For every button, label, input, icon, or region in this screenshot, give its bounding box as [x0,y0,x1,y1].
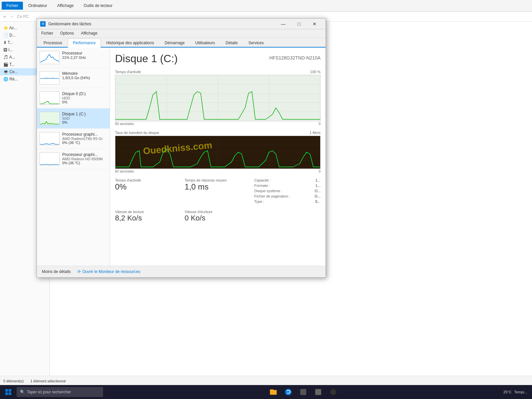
label-videos: Vidéos [515,86,529,91]
task-manager-window: ⚙ Gestionnaire des tâches — □ ✕ Fichier … [37,18,326,278]
disk-system-row: Disque système : O... [254,189,321,193]
svg-rect-0 [40,51,59,64]
format-row: Formate : 1... [254,184,321,188]
device-item-cpu[interactable]: Processeur 21% 2,27 GHz [37,48,110,68]
activity-time-start: 60 secondes [115,122,134,126]
taskbar-item-explorer[interactable] [266,386,280,398]
memory-usage: 1,9/3,5 Go (54%) [62,76,107,80]
svg-rect-24 [270,389,273,391]
menu-options[interactable]: Options [58,30,76,37]
taskbar-search-box[interactable]: 🔍 Taper ici pour rechercher [17,387,103,397]
disk0-name: Disque 0 (D:) [62,91,107,96]
gpu1-mini-chart [40,152,60,166]
tab-performance[interactable]: Performance [68,39,101,48]
fe-tab-ordinateur[interactable]: Ordinateur [24,2,52,10]
fe-tab-affichage[interactable]: Affichage [53,2,78,10]
transfer-max-text: 1 Mo/s [310,131,321,135]
disk1-usage: 0% [62,120,107,124]
maximize-button[interactable]: □ [291,19,307,29]
tab-details[interactable]: Détails [221,39,243,47]
svg-rect-5 [40,153,59,165]
svg-rect-27 [315,389,321,395]
right-stats: Capacité : 1... Formate : 1... Disque sy… [254,178,321,205]
page-file-value: O... [315,194,321,198]
read-label: Vitesse de lecture [115,210,181,214]
memory-name: Mémoire [62,71,107,76]
stat-right-panel: Capacité : 1... Formate : 1... Disque sy… [254,178,321,205]
type-label: Type : [254,200,264,203]
disk-system-label: Disque système : [254,189,282,193]
svg-point-28 [330,389,336,395]
taskbar-item-4[interactable] [311,386,325,398]
stat-activity: Temps d'activité 0% [115,178,181,205]
svg-rect-1 [40,71,59,84]
svg-rect-2 [40,92,59,104]
task-manager-titlebar: ⚙ Gestionnaire des tâches — □ ✕ [37,19,326,29]
fe-tab-fichier[interactable]: Fichier [2,2,23,10]
device-item-gpu1[interactable]: Processeur graphi... AMD Radeon HD 8500M… [37,149,110,169]
device-item-memory[interactable]: Mémoire 1,9/3,5 Go (54%) [37,68,110,88]
tab-processus[interactable]: Processus [39,39,67,47]
footer-monitor-link[interactable]: ⟳ Ouvrir le Moniteur de ressources [77,269,140,274]
nav-forward-icon[interactable]: → [9,14,14,19]
stat-write: Vitesse d'écriture 0 Ko/s [185,210,251,222]
disk0-mini-chart [40,91,60,105]
minimize-button[interactable]: — [276,19,291,29]
tab-demarrage[interactable]: Démarrage [160,39,190,47]
file-explorer-toolbar: Fichier Ordinateur Affichage Outils de l… [0,0,532,12]
device-item-disk0[interactable]: Disque 0 (D:) HDD 0% [37,88,110,108]
tab-utilisateurs[interactable]: Utilisateurs [190,39,220,47]
activity-chart [115,75,321,121]
tray-label: Tempi... [514,390,527,394]
fe-tab-outils[interactable]: Outils de lecteur [79,2,117,10]
gpu0-usage: 0% (36 °C) [62,141,107,145]
device-item-gpu0[interactable]: Processeur graphi... AMD Radeon(TM) R5 G… [37,129,110,149]
activity-time-label: 60 secondes 0 [115,122,321,126]
monitor-icon: ⟳ [77,269,81,274]
taskbar-item-edge[interactable] [281,386,295,398]
transfer-chart [115,136,321,169]
task-manager-title: ⚙ Gestionnaire des tâches [40,21,91,27]
svg-rect-19 [5,389,8,392]
menu-fichier[interactable]: Fichier [39,30,56,37]
taskbar-item-3[interactable] [296,386,310,398]
start-button[interactable] [2,386,15,398]
menu-affichage[interactable]: Affichage [78,30,100,37]
nav-back-icon[interactable]: ← [3,14,7,19]
cpu-mini-chart [40,51,60,64]
transfer-label-text: Taux de transfert du disque [115,131,159,135]
footer-less-details[interactable]: Moins de détails [42,269,71,274]
tab-services[interactable]: Services [243,39,269,47]
task-manager-icon: ⚙ [40,21,46,27]
read-write-stats: Vitesse de lecture 8,2 Ko/s Vitesse d'éc… [115,210,321,222]
device-list: Processeur 21% 2,27 GHz Mémoire 1,9/3 [37,48,110,266]
file-explorer-statusbar: 5 élément(s) 1 élément sélectionné [0,376,532,386]
tab-historique[interactable]: Historique des applications [101,39,159,47]
activity-label-text: Temps d'activité [115,70,141,74]
cpu-info: Processeur 21% 2,27 GHz [62,51,107,60]
status-selected: 1 élément sélectionné [30,379,66,383]
svg-rect-21 [5,392,8,395]
disk1-mini-chart [40,112,60,125]
window-controls: — □ ✕ [276,19,322,29]
gpu1-usage: 0% (36 °C) [62,161,107,165]
close-button[interactable]: ✕ [307,19,322,29]
taskbar-item-5[interactable] [326,386,340,398]
device-item-disk1[interactable]: Disque 1 (C:) SSD 0% [37,108,110,129]
svg-rect-26 [300,389,306,395]
disk0-info: Disque 0 (D:) HDD 0% [62,91,107,104]
write-label: Vitesse d'écriture [185,210,251,214]
write-value: 0 Ko/s [185,214,251,222]
svg-point-25 [285,389,292,395]
format-value: 1... [316,184,321,188]
task-manager-body: Processeur 21% 2,27 GHz Mémoire 1,9/3 [37,48,326,266]
disk1-info: Disque 1 (C:) SSD 0% [62,112,107,124]
task-manager-title-text: Gestionnaire des tâches [48,22,91,26]
search-placeholder: Taper ici pour rechercher [27,390,71,394]
format-label: Formate : [254,184,270,188]
read-value: 8,2 Ko/s [115,214,181,222]
monitor-link-text[interactable]: Ouvrir le Moniteur de ressources [82,269,140,274]
gpu1-name: Processeur graphi... [62,152,107,157]
transfer-time-end: 0 [319,170,321,173]
nav-path: Ce PC [17,14,29,19]
